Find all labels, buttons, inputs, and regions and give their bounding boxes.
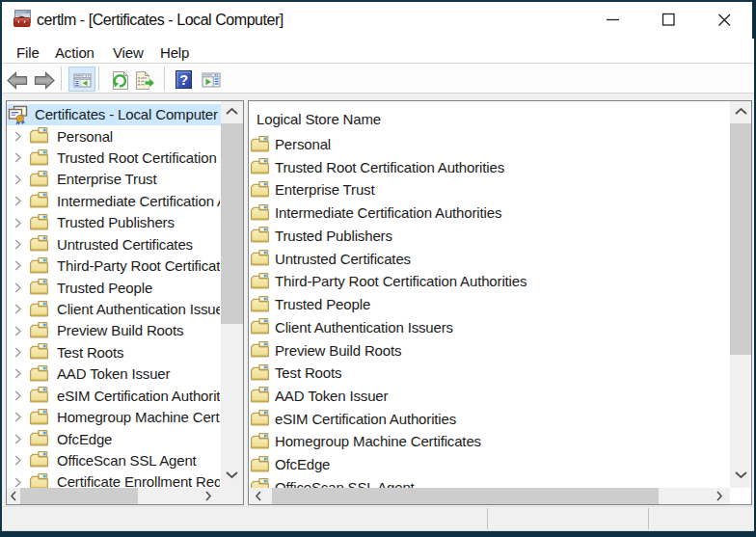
svg-text:?: ?: [179, 72, 188, 88]
